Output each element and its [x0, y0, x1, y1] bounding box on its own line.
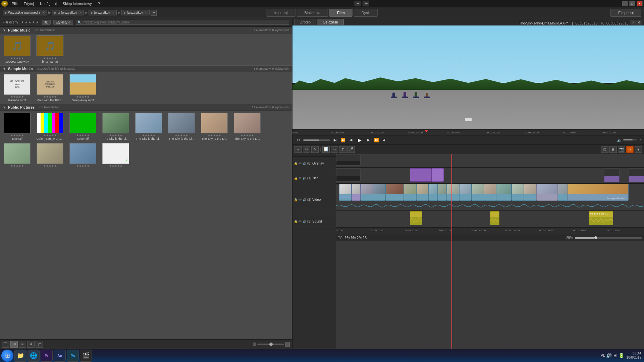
- menu-plik[interactable]: Plik: [9, 1, 20, 6]
- menu-help[interactable]: ?: [96, 1, 102, 6]
- media-item-sleep[interactable]: ★★★★★ Sleep Away.mp3: [68, 74, 98, 102]
- taskbar-start-btn[interactable]: ⊞: [1, 350, 13, 362]
- tl-histogram[interactable]: 📊: [322, 146, 330, 153]
- media-item-black[interactable]: ★★★★★ Black.tif: [2, 113, 32, 140]
- breadcrumb-all1[interactable]: ▶ (wszystko) ✕: [89, 10, 117, 15]
- clip-video-16[interactable]: [524, 184, 536, 201]
- menu-konfiguruj[interactable]: Konfiguruj: [38, 1, 59, 6]
- breadcrumb-all-media[interactable]: ▶ Wszystkie multimedia ✕: [3, 10, 47, 15]
- media-item-sky6[interactable]: ★★★★★ The-Sky-is-the-Li...: [166, 113, 197, 140]
- win-close[interactable]: ✕: [637, 1, 643, 6]
- tb-grid-view[interactable]: ⊞: [10, 341, 18, 348]
- breadcrumb-fx[interactable]: ▶ fx (wszystko) ✕: [52, 10, 84, 15]
- star-2[interactable]: ★: [24, 20, 28, 24]
- clip-video-15[interactable]: [512, 184, 524, 201]
- media-item-1000hz[interactable]: 🎵 ★★★★★ 1000Hz-tone.wav: [2, 36, 32, 63]
- search-input[interactable]: [83, 20, 287, 24]
- pb-vol-icon[interactable]: 🔈: [617, 138, 622, 142]
- tab-timeline[interactable]: Oś czasu: [317, 19, 344, 25]
- tab-disk[interactable]: Dysk: [354, 9, 377, 17]
- pb-goto-end[interactable]: ⏭: [381, 137, 388, 143]
- breadcrumb-all2[interactable]: ▶ (wszystko) ✕: [121, 10, 150, 15]
- tab-library[interactable]: Biblioteka: [297, 9, 328, 17]
- breadcrumb-add[interactable]: +: [151, 10, 157, 16]
- clip-video-4[interactable]: [373, 184, 385, 201]
- redo-btn[interactable]: ↪: [363, 1, 369, 6]
- tl-arrow[interactable]: ↖: [311, 146, 319, 153]
- clip-video-9[interactable]: [438, 184, 447, 201]
- track-eye-video[interactable]: 👁: [299, 198, 302, 201]
- clip-video-14[interactable]: [496, 184, 512, 201]
- taskbar-battery-icon[interactable]: 🔋: [619, 353, 624, 358]
- clip-video-13[interactable]: [484, 184, 496, 201]
- clip-title-purple4[interactable]: [629, 176, 644, 182]
- export-btn[interactable]: Eksportuj: [610, 9, 641, 17]
- taskbar-premiere[interactable]: Pr: [41, 350, 53, 362]
- undo-btn[interactable]: ↩: [355, 1, 361, 6]
- track-eye-overlay[interactable]: 👁: [299, 162, 302, 165]
- tl-more[interactable]: ▼: [635, 146, 642, 153]
- taskbar-chrome[interactable]: 🌐: [28, 350, 40, 362]
- clip-video-11[interactable]: [459, 184, 472, 201]
- tl-scissors[interactable]: ✂: [303, 146, 310, 153]
- clip-video-main[interactable]: the-sky-is-the-limi...: [567, 184, 629, 201]
- star-3[interactable]: ★: [28, 20, 32, 24]
- clip-title-purple3[interactable]: [604, 176, 620, 182]
- filter-tags-btn[interactable]: Etykiety ⚙: [53, 20, 73, 25]
- track-vol-video[interactable]: 🔊: [303, 198, 306, 201]
- tb-sort[interactable]: ⬇: [27, 341, 35, 348]
- tab-film[interactable]: Film: [329, 9, 353, 17]
- clip-video-10[interactable]: [447, 184, 459, 201]
- track-eye-sound[interactable]: 👁: [299, 220, 302, 223]
- clip-video-12[interactable]: [472, 184, 484, 201]
- clip-video-6[interactable]: [404, 184, 416, 201]
- tl-delete[interactable]: 🗑: [609, 146, 617, 153]
- clip-video-5[interactable]: [385, 184, 404, 201]
- media-item-sky5[interactable]: ★★★★★ The-Sky-is-the-Li...: [133, 113, 164, 140]
- clip-video-8[interactable]: [428, 184, 438, 201]
- clip-title-purple2[interactable]: [432, 168, 444, 182]
- tb-tag[interactable]: 🏷: [36, 341, 43, 348]
- tl-fx-active[interactable]: fx: [626, 146, 634, 153]
- clip-video-17[interactable]: [536, 184, 558, 201]
- clip-video-2[interactable]: [352, 184, 361, 201]
- preview-settings-btn[interactable]: ⚙: [637, 20, 642, 25]
- tl-wave[interactable]: 〰: [331, 146, 338, 153]
- track-vol-sound[interactable]: 🔊: [303, 220, 306, 223]
- tl-add-media[interactable]: +: [294, 146, 302, 153]
- taskbar-vol-icon[interactable]: 🔊: [606, 353, 612, 358]
- zoom-slider-knob[interactable]: [594, 236, 597, 239]
- tab-source[interactable]: Źródło: [294, 19, 316, 25]
- pb-loop[interactable]: ↺: [295, 137, 302, 143]
- track-vol-overlay[interactable]: 🔊: [303, 162, 306, 165]
- media-item-sky10[interactable]: ★★★★★: [35, 143, 65, 168]
- tb-toggle-panels[interactable]: ☰: [2, 341, 9, 348]
- star-5[interactable]: ★: [36, 20, 39, 24]
- media-item-green[interactable]: ✓ ★★★★★ Green.tif: [68, 113, 98, 140]
- win-minimize[interactable]: —: [622, 1, 628, 6]
- clip-sound-2[interactable]: [490, 211, 499, 225]
- pb-step-back[interactable]: ⏪: [339, 137, 346, 143]
- pb-mute[interactable]: ×: [639, 138, 641, 142]
- clip-video-3[interactable]: [361, 184, 373, 201]
- media-item-sky11[interactable]: ★★★★★: [68, 143, 98, 168]
- clip-overlay-black1[interactable]: [336, 155, 361, 166]
- taskbar-explorer[interactable]: 📁: [14, 350, 26, 362]
- pb-goto-start[interactable]: ⏮: [331, 137, 338, 143]
- clip-sound-1[interactable]: [410, 211, 422, 225]
- clip-sound-end[interactable]: the-sky-is-the-l...: [589, 211, 613, 225]
- taskbar-network-icon[interactable]: 🖥: [613, 353, 618, 358]
- star-4[interactable]: ★: [32, 20, 35, 24]
- clip-title-purple1[interactable]: [410, 168, 431, 182]
- clip-video-1[interactable]: [339, 184, 352, 201]
- tl-mic[interactable]: 🎤: [347, 146, 355, 153]
- tb-list-view[interactable]: ≡: [19, 341, 26, 348]
- taskbar-ps[interactable]: Ps: [67, 350, 79, 362]
- track-vol-title[interactable]: 🔊: [303, 177, 306, 180]
- tab-import[interactable]: Importuj: [267, 9, 296, 17]
- pb-play[interactable]: ▶: [356, 136, 364, 144]
- media-item-bmx[interactable]: 🎵 ✓ ★★★★★ bmx_ya-ha!: [35, 36, 65, 63]
- star-1[interactable]: ★: [21, 20, 24, 24]
- taskbar-app6[interactable]: 🎬: [80, 350, 92, 362]
- pb-frame-fwd[interactable]: ▶: [365, 137, 372, 143]
